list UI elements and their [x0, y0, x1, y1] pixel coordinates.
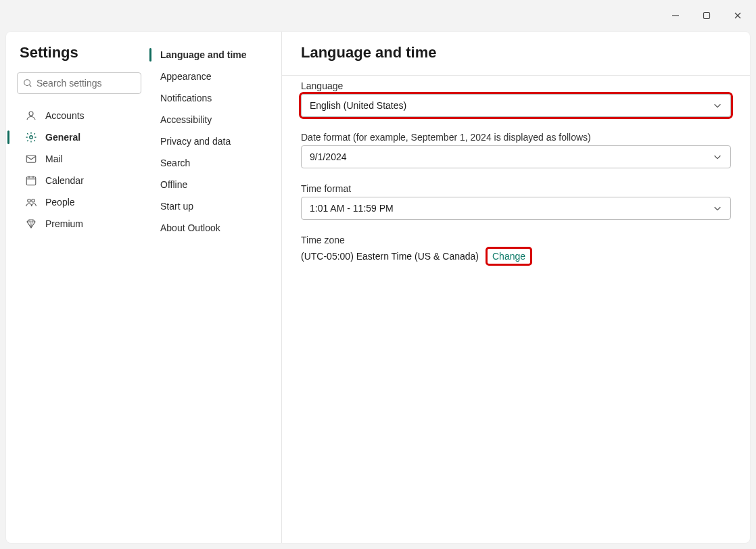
subnav-label: Start up: [160, 201, 193, 212]
settings-heading: Settings: [20, 44, 141, 62]
svg-rect-9: [26, 177, 36, 185]
svg-point-6: [29, 112, 33, 116]
nav-label: Accounts: [45, 110, 85, 121]
chevron-down-icon: [713, 101, 722, 110]
nav-item-accounts[interactable]: Accounts: [17, 105, 141, 126]
calendar-icon: [25, 174, 37, 187]
time-format-field: Time format 1:01 AM - 11:59 PM: [301, 183, 731, 220]
svg-rect-8: [26, 156, 36, 163]
settings-window: Settings Accounts General: [5, 31, 751, 544]
maximize-button[interactable]: [691, 0, 722, 31]
page-title: Language and time: [301, 44, 731, 62]
search-input[interactable]: [37, 78, 155, 89]
svg-point-7: [30, 136, 33, 139]
nav-item-general[interactable]: General: [17, 126, 141, 148]
time-zone-field: Time zone (UTC-05:00) Eastern Time (US &…: [301, 235, 731, 264]
person-icon: [25, 110, 37, 122]
change-time-zone-link[interactable]: Change: [487, 248, 531, 264]
date-format-select[interactable]: 9/1/2024: [301, 145, 731, 168]
primary-nav: Accounts General Mail Calendar: [17, 105, 141, 235]
main-panel: Language and time Language English (Unit…: [282, 32, 750, 543]
diamond-icon: [25, 218, 37, 230]
svg-line-5: [30, 85, 32, 87]
people-icon: [25, 196, 37, 208]
svg-rect-1: [704, 13, 710, 19]
time-format-select[interactable]: 1:01 AM - 11:59 PM: [301, 197, 731, 220]
chevron-down-icon: [713, 152, 722, 162]
nav-item-mail[interactable]: Mail: [17, 148, 141, 170]
settings-form: Language English (United States) Date fo…: [301, 80, 731, 264]
date-format-label: Date format (for example, September 1, 2…: [301, 132, 731, 143]
search-icon: [23, 78, 32, 88]
nav-label: General: [45, 132, 80, 143]
time-zone-value: (UTC-05:00) Eastern Time (US & Canada): [301, 251, 479, 262]
subnav-appearance[interactable]: Appearance: [153, 66, 276, 87]
date-format-field: Date format (for example, September 1, 2…: [301, 132, 731, 168]
subnav-language-and-time[interactable]: Language and time: [153, 44, 276, 66]
subnav-accessibility[interactable]: Accessibility: [153, 109, 276, 130]
subnav-notifications[interactable]: Notifications: [153, 87, 276, 109]
language-select[interactable]: English (United States): [301, 94, 731, 117]
subnav-search[interactable]: Search: [153, 152, 276, 174]
secondary-nav: Language and time Appearance Notificatio…: [148, 32, 282, 543]
sidebar: Settings Accounts General: [6, 32, 148, 543]
divider: [282, 75, 750, 76]
subnav-label: About Outlook: [160, 222, 220, 233]
titlebar: [0, 0, 756, 31]
date-format-value: 9/1/2024: [310, 151, 347, 162]
minimize-button[interactable]: [660, 0, 691, 31]
subnav-label: Privacy and data: [160, 136, 231, 147]
subnav-about-outlook[interactable]: About Outlook: [153, 217, 276, 239]
time-format-value: 1:01 AM - 11:59 PM: [310, 203, 394, 214]
language-value: English (United States): [310, 100, 406, 111]
svg-point-4: [24, 80, 30, 86]
mail-icon: [25, 153, 37, 165]
time-zone-label: Time zone: [301, 235, 731, 245]
chevron-down-icon: [713, 204, 722, 213]
subnav-label: Accessibility: [160, 114, 212, 125]
subnav-label: Language and time: [160, 49, 247, 60]
nav-label: People: [45, 197, 75, 208]
nav-item-premium[interactable]: Premium: [17, 213, 141, 235]
subnav-label: Appearance: [160, 71, 212, 82]
subnav-privacy-and-data[interactable]: Privacy and data: [153, 130, 276, 152]
nav-item-people[interactable]: People: [17, 191, 141, 213]
search-box[interactable]: [17, 72, 141, 94]
nav-item-calendar[interactable]: Calendar: [17, 170, 141, 191]
nav-label: Calendar: [45, 175, 84, 186]
subnav-label: Offline: [160, 179, 187, 190]
subnav-label: Notifications: [160, 93, 212, 103]
nav-label: Mail: [45, 153, 63, 164]
subnav-label: Search: [160, 158, 190, 168]
subnav-start-up[interactable]: Start up: [153, 195, 276, 217]
language-label: Language: [301, 80, 731, 91]
svg-point-13: [28, 199, 31, 203]
language-field: Language English (United States): [301, 80, 731, 117]
svg-point-14: [32, 199, 35, 203]
close-button[interactable]: [722, 0, 753, 31]
time-format-label: Time format: [301, 183, 731, 194]
nav-label: Premium: [45, 218, 83, 229]
gear-icon: [25, 131, 37, 143]
subnav-offline[interactable]: Offline: [153, 174, 276, 195]
